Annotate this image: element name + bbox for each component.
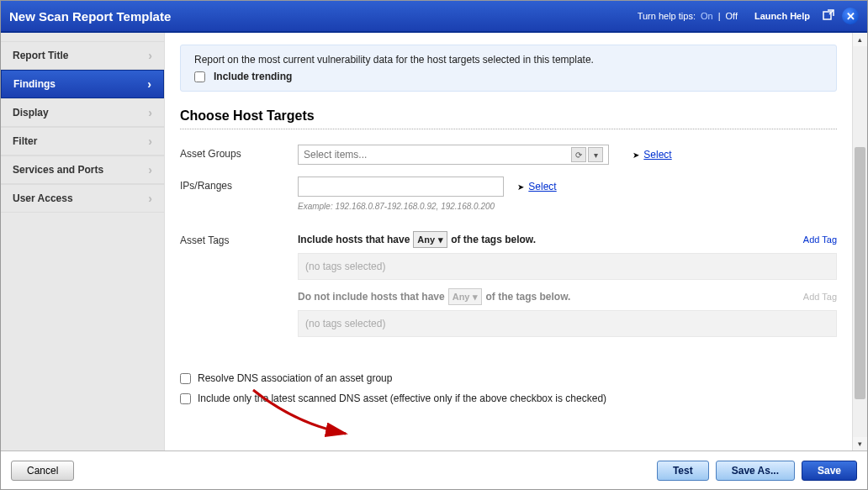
chevron-right-icon: › [148, 134, 152, 148]
cursor-icon: ➤ [632, 150, 639, 160]
sidebar-item-services-ports[interactable]: Services and Ports› [1, 155, 164, 184]
add-exclude-tag-link: Add Tag [803, 292, 837, 302]
help-tips-label: Turn help tips: [638, 11, 696, 21]
cursor-icon: ➤ [517, 182, 524, 192]
exclude-tags-heading: Do not include hosts that have Any▾ of t… [298, 288, 803, 305]
popout-icon[interactable] [822, 8, 835, 24]
sidebar-item-display[interactable]: Display› [1, 98, 164, 127]
ips-label: IPs/Ranges [180, 177, 298, 192]
row-ips: IPs/Ranges ➤ Select Example: 192.168.0.8… [180, 177, 837, 211]
sidebar-item-label: Services and Ports [13, 164, 103, 176]
help-tips-off[interactable]: Off [726, 11, 738, 21]
resolve-dns-label: Resolve DNS association of an asset grou… [198, 372, 392, 384]
row-latest-dns: Include only the latest scanned DNS asse… [180, 393, 837, 404]
include-tags-empty: (no tags selected) [298, 253, 837, 280]
include-match-mode-select[interactable]: Any▾ [413, 231, 447, 248]
ips-input[interactable] [298, 177, 504, 197]
asset-groups-combo[interactable]: Select items... ⟳ ▾ [298, 145, 609, 165]
row-resolve-dns: Resolve DNS association of an asset grou… [180, 372, 837, 384]
sidebar-item-label: Display [13, 107, 49, 119]
sidebar-item-label: User Access [13, 192, 73, 204]
chevron-right-icon: › [148, 192, 152, 205]
section-heading: Choose Host Targets [180, 108, 837, 124]
chevron-right-icon: › [148, 106, 152, 119]
footer: Cancel Test Save As... Save [1, 450, 867, 489]
sidebar-item-label: Report Title [13, 50, 68, 61]
row-asset-groups: Asset Groups Select items... ⟳ ▾ [180, 145, 837, 165]
row-asset-tags: Asset Tags Include hosts that have Any▾ … [180, 231, 837, 345]
scroll-down-icon[interactable]: ▾ [853, 437, 867, 450]
info-description: Report on the most current vulnerability… [194, 54, 823, 66]
ips-example: Example: 192.168.0.87-192.168.0.92, 192.… [298, 202, 837, 211]
chevron-right-icon: › [147, 77, 151, 91]
chevron-right-icon: › [148, 49, 152, 62]
refresh-icon[interactable]: ⟳ [571, 147, 586, 162]
include-trending-label: Include trending [214, 71, 292, 82]
chevron-right-icon: › [148, 163, 152, 177]
latest-dns-checkbox[interactable] [180, 393, 191, 404]
sidebar-item-label: Findings [13, 78, 56, 90]
sidebar-item-report-title[interactable]: Report Title› [1, 41, 164, 70]
exclude-match-mode-select: Any▾ [448, 288, 483, 305]
save-as-button[interactable]: Save As... [716, 461, 795, 481]
scroll-up-icon[interactable]: ▴ [853, 33, 867, 46]
sidebar: Report Title› Findings› Display› Filter›… [1, 33, 165, 450]
asset-groups-label: Asset Groups [180, 145, 298, 160]
chevron-down-icon: ▾ [473, 292, 478, 303]
vertical-scrollbar[interactable]: ▴ ▾ [852, 33, 867, 450]
divider [180, 129, 837, 129]
test-button[interactable]: Test [657, 461, 709, 481]
include-trending-checkbox[interactable] [194, 71, 205, 82]
chevron-down-icon: ▾ [438, 234, 443, 245]
add-include-tag-link[interactable]: Add Tag [803, 234, 837, 245]
sidebar-item-findings[interactable]: Findings› [1, 70, 164, 98]
asset-groups-placeholder: Select items... [304, 149, 367, 161]
resolve-dns-checkbox[interactable] [180, 373, 191, 384]
latest-dns-label: Include only the latest scanned DNS asse… [198, 393, 606, 404]
info-box: Report on the most current vulnerability… [180, 45, 837, 92]
cancel-button[interactable]: Cancel [11, 461, 74, 481]
sidebar-item-label: Filter [13, 135, 37, 147]
exclude-tags-empty: (no tags selected) [298, 310, 837, 337]
scroll-thumb[interactable] [855, 147, 865, 399]
ips-select-link[interactable]: Select [528, 181, 556, 192]
dropdown-icon[interactable]: ▾ [588, 147, 603, 162]
help-tips-on[interactable]: On [701, 11, 713, 21]
close-icon[interactable]: ✕ [842, 8, 859, 24]
save-button[interactable]: Save [802, 461, 857, 481]
asset-groups-select-link[interactable]: Select [643, 149, 671, 161]
main-content: Report on the most current vulnerability… [165, 33, 852, 450]
sidebar-item-filter[interactable]: Filter› [1, 127, 164, 155]
sidebar-item-user-access[interactable]: User Access› [1, 184, 164, 213]
window-title: New Scan Report Template [9, 9, 638, 24]
include-tags-heading: Include hosts that have Any▾ of the tags… [298, 231, 803, 248]
titlebar: New Scan Report Template Turn help tips:… [1, 1, 867, 33]
launch-help-link[interactable]: Launch Help [754, 11, 810, 21]
help-tips-toggle: Turn help tips: On | Off Launch Help [638, 11, 810, 21]
asset-tags-label: Asset Tags [180, 231, 298, 246]
